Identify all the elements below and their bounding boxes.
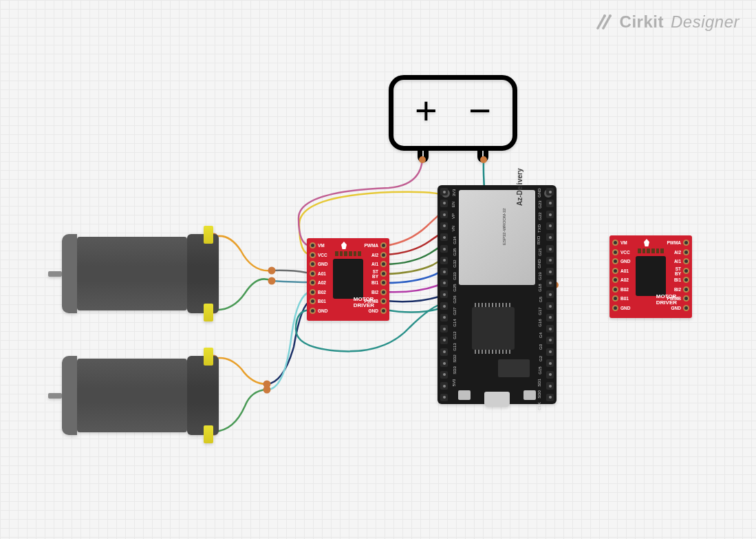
pin-pwmb[interactable] [380, 298, 387, 304]
esp-pin[interactable] [440, 371, 448, 379]
esp-pin[interactable] [546, 279, 554, 287]
circuit-canvas[interactable]: Cirkit Designer + − [0, 0, 756, 539]
esp-pin[interactable] [546, 233, 554, 241]
motor-driver-wired[interactable]: MOTOR DRIVER VMVCCGNDA01A02B02B01GNDPWMA… [307, 238, 389, 321]
esp-pin-label: G17 [537, 308, 541, 315]
pin-label: A02 [318, 280, 326, 285]
esp-pin[interactable] [546, 314, 554, 321]
pin-label: B01 [318, 299, 326, 304]
esp-pin[interactable] [546, 302, 554, 310]
pin-ai2[interactable] [380, 252, 387, 258]
esp-pin[interactable] [440, 290, 448, 298]
esp-pin[interactable] [546, 268, 554, 275]
esp-pin[interactable] [440, 302, 448, 310]
pin-label: GND [318, 262, 327, 266]
battery-component[interactable]: + − [389, 75, 517, 162]
esp-pin[interactable] [440, 222, 448, 230]
boot-button[interactable] [523, 390, 536, 400]
pin-ai1[interactable] [683, 258, 689, 264]
motor-driver-floating[interactable]: MOTOR DRIVER VMVCCGNDA01A02B02B01GNDPWMA… [609, 235, 692, 318]
dc-motor-2[interactable] [61, 356, 219, 435]
pin-label: BI1 [371, 280, 378, 285]
esp-pin-label: SD1 [537, 379, 541, 387]
esp-pin[interactable] [440, 245, 448, 253]
esp-pin[interactable] [546, 257, 554, 264]
pin-b01[interactable] [310, 298, 316, 304]
pin-label: VM [620, 240, 627, 245]
pin-stby[interactable] [683, 268, 689, 274]
pin-label: AI1 [371, 262, 378, 266]
pin-a01[interactable] [310, 271, 316, 277]
pin-b02[interactable] [310, 289, 316, 295]
esp-pin[interactable] [546, 188, 554, 195]
pin-label: GND [369, 308, 378, 313]
esp-pin[interactable] [546, 222, 554, 230]
pin-gnd[interactable] [310, 308, 316, 314]
pin-ai2[interactable] [683, 249, 689, 255]
esp-pin[interactable] [440, 200, 448, 207]
esp-pin-label: CLK [537, 402, 541, 410]
esp-pin[interactable] [440, 325, 448, 332]
esp-pin[interactable] [440, 359, 448, 367]
esp32-devkit-component[interactable]: Az-Delivery ESP32-WROOM-32 3V3ENVPVNG34G… [438, 185, 557, 404]
dc-motor-1[interactable] [61, 234, 219, 313]
pin-a02[interactable] [310, 279, 316, 286]
esp-pin[interactable] [546, 371, 554, 379]
pin-b02[interactable] [612, 286, 618, 293]
esp-pin[interactable] [440, 268, 448, 275]
esp-pin[interactable] [546, 394, 554, 401]
pin-vcc[interactable] [612, 249, 618, 255]
pin-a02[interactable] [612, 277, 618, 283]
pin-gnd[interactable] [380, 308, 387, 314]
svg-point-4 [270, 268, 274, 273]
esp-pin[interactable] [546, 211, 554, 218]
svg-point-0 [603, 14, 606, 17]
pin-pwma[interactable] [380, 242, 387, 249]
pin-label: GND [318, 308, 327, 313]
pin-label: AI2 [674, 250, 681, 255]
pin-label: PWMA [364, 243, 378, 248]
esp-pin[interactable] [440, 394, 448, 401]
esp-pin-label: G2 [539, 356, 543, 361]
esp-pin-label: G22 [537, 213, 541, 220]
esp-pin[interactable] [546, 245, 554, 253]
esp-pin[interactable] [440, 314, 448, 321]
pin-gnd[interactable] [612, 258, 618, 264]
esp-pin[interactable] [440, 382, 448, 390]
esp-pin[interactable] [440, 233, 448, 241]
esp-pin[interactable] [546, 200, 554, 207]
pin-bi1[interactable] [380, 279, 387, 286]
esp-pin-label: G25 [453, 284, 457, 291]
pin-bi2[interactable] [380, 289, 387, 295]
esp-pin[interactable] [546, 382, 554, 390]
pin-pwmb[interactable] [683, 295, 689, 302]
pin-vm[interactable] [612, 240, 618, 246]
esp-pin[interactable] [440, 188, 448, 195]
pin-pwma[interactable] [683, 240, 689, 246]
pin-gnd[interactable] [683, 305, 689, 311]
pin-bi2[interactable] [683, 286, 689, 293]
en-button[interactable] [458, 390, 471, 400]
pin-gnd[interactable] [310, 261, 316, 267]
esp-pin[interactable] [440, 279, 448, 287]
esp-pin-label: G33 [453, 272, 457, 279]
pin-b01[interactable] [612, 295, 618, 302]
pin-label: AI2 [371, 253, 378, 257]
esp-pin[interactable] [546, 348, 554, 356]
esp-pin[interactable] [440, 257, 448, 264]
pin-bi1[interactable] [683, 277, 689, 283]
esp-pin[interactable] [546, 359, 554, 367]
esp-pin[interactable] [546, 325, 554, 332]
pin-a01[interactable] [612, 268, 618, 274]
pin-vcc[interactable] [310, 252, 316, 258]
esp-pin[interactable] [440, 337, 448, 344]
pin-ai1[interactable] [380, 261, 387, 267]
esp-pin[interactable] [440, 211, 448, 218]
pin-stby[interactable] [380, 271, 387, 277]
pin-gnd[interactable] [612, 305, 618, 311]
svg-point-5 [270, 279, 274, 284]
esp-pin[interactable] [546, 337, 554, 344]
pin-vm[interactable] [310, 242, 316, 249]
esp-pin[interactable] [440, 348, 448, 356]
esp-pin[interactable] [546, 290, 554, 298]
